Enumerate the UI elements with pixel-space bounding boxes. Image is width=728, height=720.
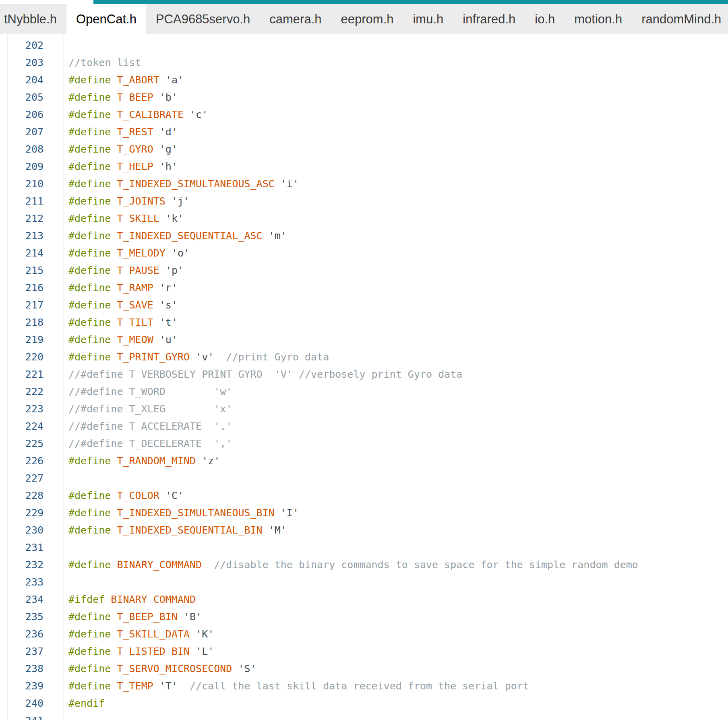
macro-token: T_RANDOM_MIND xyxy=(117,455,196,467)
code-text xyxy=(43,539,68,556)
code-line: 207#define T_REST 'd' xyxy=(0,123,728,141)
line-number: 233 xyxy=(0,573,43,591)
plain-token: 'o' xyxy=(165,247,190,259)
line-number: 238 xyxy=(0,660,43,677)
code-text: //#define T_WORD 'w' xyxy=(43,383,232,400)
code-text: #define T_INDEXED_SEQUENTIAL_BIN 'M' xyxy=(43,521,287,539)
code-line: 216#define T_RAMP 'r' xyxy=(0,279,728,296)
line-number: 235 xyxy=(0,608,43,625)
plain-token: 'B' xyxy=(178,611,202,623)
macro-token: T_INDEXED_SIMULTANEOUS_ASC xyxy=(117,178,274,190)
code-text: #define T_ABORT 'a' xyxy=(43,71,184,89)
code-text: #define T_BEEP_BIN 'B' xyxy=(43,608,202,625)
plain-token: 'd' xyxy=(153,126,178,138)
line-number: 236 xyxy=(0,625,43,643)
plain-token: 'z' xyxy=(196,455,220,467)
macro-token: BINARY_COMMAND xyxy=(111,594,196,605)
line-number: 222 xyxy=(0,383,43,400)
tab-OpenCat.h[interactable]: OpenCat.h xyxy=(66,4,146,34)
code-line: 212#define T_SKILL 'k' xyxy=(0,210,728,227)
line-number: 217 xyxy=(0,296,43,314)
code-line: 220#define T_PRINT_GYRO 'v' //print Gyro… xyxy=(0,348,728,366)
comment-token: //call the last skill data received from… xyxy=(178,680,529,692)
preprocessor-token: #define xyxy=(68,213,117,224)
line-number: 214 xyxy=(0,244,43,262)
line-number: 228 xyxy=(0,487,43,504)
plain-token: 'a' xyxy=(159,74,184,86)
macro-token: T_TILT xyxy=(117,317,153,328)
preprocessor-token: #define xyxy=(68,109,117,120)
comment-token: //#define T_DECELERATE ',' xyxy=(68,438,232,449)
tab-io.h[interactable]: io.h xyxy=(525,4,565,34)
code-text: #define T_PAUSE 'p' xyxy=(43,262,184,279)
code-text: #define T_RANDOM_MIND 'z' xyxy=(43,452,220,470)
code-line: 227 xyxy=(0,470,728,487)
plain-token: 'k' xyxy=(159,213,184,224)
code-line: 203//token list xyxy=(0,54,728,71)
macro-token: T_SKILL_DATA xyxy=(117,628,190,640)
code-line: 202 xyxy=(0,37,728,54)
code-line: 231 xyxy=(0,539,728,556)
plain-token: 'j' xyxy=(165,195,190,207)
preprocessor-token: #define xyxy=(68,317,117,328)
line-number: 232 xyxy=(0,556,43,573)
preprocessor-token: #define xyxy=(68,680,117,692)
macro-token: BINARY_COMMAND xyxy=(117,559,202,571)
macro-token: T_MEOW xyxy=(117,334,153,346)
code-line: 205#define T_BEEP 'b' xyxy=(0,89,728,106)
plain-token: 'h' xyxy=(153,161,178,172)
preprocessor-token: #define xyxy=(68,334,117,346)
tab-bar: tNybble.hOpenCat.hPCA9685servo.hcamera.h… xyxy=(0,4,728,34)
tab-camera.h[interactable]: camera.h xyxy=(260,4,331,34)
plain-token: 'C' xyxy=(159,490,184,501)
comment-token: //print Gyro data xyxy=(214,351,329,363)
code-text: #define T_CALIBRATE 'c' xyxy=(43,106,208,123)
code-line: 237#define T_LISTED_BIN 'L' xyxy=(0,643,728,660)
code-text: //#define T_DECELERATE ',' xyxy=(43,435,232,452)
code-text: //token list xyxy=(43,54,141,71)
code-line: 223//#define T_XLEG 'x' xyxy=(0,400,728,418)
topbar-notch xyxy=(0,0,93,4)
comment-token: //#define T_XLEG 'x' xyxy=(68,403,232,415)
code-line: 238#define T_SERVO_MICROSECOND 'S' xyxy=(0,660,728,677)
tab-randomMind.h[interactable]: randomMind.h xyxy=(632,4,728,34)
tab-tNybble.h[interactable]: tNybble.h xyxy=(0,4,66,34)
code-text: #define T_PRINT_GYRO 'v' //print Gyro da… xyxy=(43,348,329,366)
tab-motion.h[interactable]: motion.h xyxy=(565,4,632,34)
line-number: 204 xyxy=(0,71,43,89)
tab-infrared.h[interactable]: infrared.h xyxy=(453,4,525,34)
code-text xyxy=(43,712,68,720)
line-number: 211 xyxy=(0,192,43,210)
plain-token: 'T' xyxy=(153,680,178,692)
code-line: 233 xyxy=(0,573,728,591)
line-number: 219 xyxy=(0,331,43,348)
code-line: 232#define BINARY_COMMAND //disable the … xyxy=(0,556,728,573)
preprocessor-token: #define xyxy=(68,178,117,190)
macro-token: T_LISTED_BIN xyxy=(117,646,190,657)
line-number: 221 xyxy=(0,366,43,383)
tab-imu.h[interactable]: imu.h xyxy=(403,4,453,34)
preprocessor-token: #define xyxy=(68,195,117,207)
line-number: 237 xyxy=(0,643,43,660)
tab-eeprom.h[interactable]: eeprom.h xyxy=(331,4,403,34)
code-line: 230#define T_INDEXED_SEQUENTIAL_BIN 'M' xyxy=(0,521,728,539)
code-text: #define T_SKILL_DATA 'K' xyxy=(43,625,214,643)
plain-token: 'm' xyxy=(263,230,287,242)
code-text: #define T_MELODY 'o' xyxy=(43,244,190,262)
editor-left-border xyxy=(7,34,8,720)
code-line: 222//#define T_WORD 'w' xyxy=(0,383,728,400)
plain-token: 'K' xyxy=(190,628,214,640)
plain-token: 'v' xyxy=(190,351,214,363)
tab-PCA9685servo.h[interactable]: PCA9685servo.h xyxy=(146,4,260,34)
plain-token: 'I' xyxy=(275,507,299,519)
macro-token: T_MELODY xyxy=(117,247,165,259)
code-editor[interactable]: 202203//token list204#define T_ABORT 'a'… xyxy=(0,34,728,720)
code-text: //#define T_VERBOSELY_PRINT_GYRO 'V' //v… xyxy=(43,366,462,383)
code-text: #define T_SKILL 'k' xyxy=(43,210,184,227)
line-number: 210 xyxy=(0,175,43,192)
code-line: 210#define T_INDEXED_SIMULTANEOUS_ASC 'i… xyxy=(0,175,728,192)
line-number: 240 xyxy=(0,695,43,712)
code-line: 226#define T_RANDOM_MIND 'z' xyxy=(0,452,728,470)
code-text xyxy=(43,573,68,591)
line-number: 205 xyxy=(0,89,43,106)
